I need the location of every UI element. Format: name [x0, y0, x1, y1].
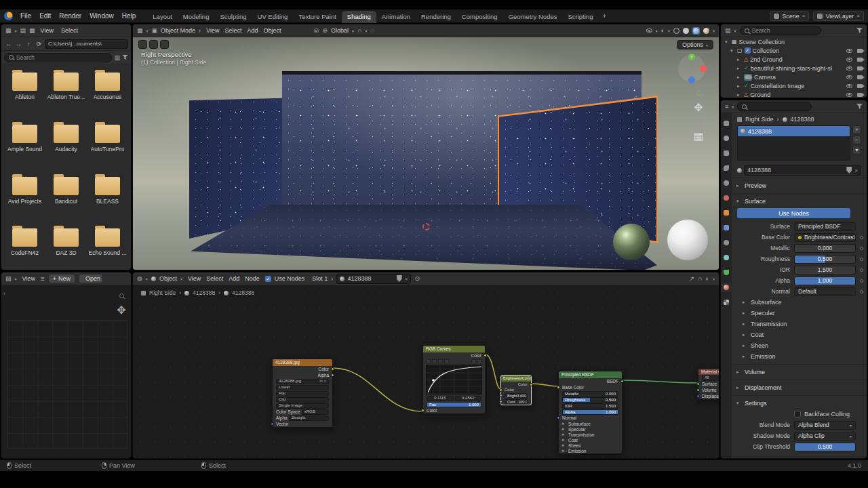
folder-item[interactable]: DAZ 3D: [45, 226, 87, 270]
shading-solid-icon[interactable]: [683, 28, 689, 34]
socket-base-color-input[interactable]: [557, 386, 560, 389]
workspace-tab[interactable]: Scripting: [562, 11, 598, 23]
filter-icon[interactable]: [856, 28, 863, 33]
metallic-slider[interactable]: 0.000: [794, 244, 856, 253]
curve-x-field[interactable]: 0.1115: [427, 396, 454, 401]
gizmo-y-axis[interactable]: Y: [688, 54, 695, 60]
socket-bright-input[interactable]: [499, 394, 502, 397]
surface-dropdown[interactable]: Principled BSDF: [794, 222, 856, 231]
tab-scene[interactable]: [721, 178, 732, 188]
socket-surface-input[interactable]: [696, 382, 700, 386]
editor-type-icon[interactable]: ≡: [725, 103, 728, 110]
animate-dot[interactable]: [860, 258, 863, 261]
white-preview-sphere[interactable]: [667, 220, 708, 260]
editor-type-icon[interactable]: ◍: [137, 275, 142, 282]
output-target-dropdown[interactable]: All: [702, 375, 719, 381]
workspace-tab[interactable]: Texture Paint: [293, 11, 341, 23]
workspace-tab[interactable]: Layout: [147, 11, 178, 23]
shader-menu[interactable]: Add: [226, 275, 241, 282]
render-camera-icon[interactable]: [857, 93, 863, 97]
use-nodes-button[interactable]: Use Nodes: [737, 208, 850, 218]
hide-eye-icon[interactable]: [846, 93, 852, 97]
breadcrumb-node-tree[interactable]: 4128388: [232, 289, 254, 296]
expand-icon[interactable]: ▾: [725, 39, 730, 45]
workspace-tab[interactable]: Geometry Nodes: [503, 11, 563, 23]
alpha-mode-dropdown[interactable]: Straight: [289, 415, 329, 421]
socket-color-output[interactable]: [484, 354, 487, 357]
panel-volume[interactable]: ▸Volume: [732, 367, 867, 378]
socket-color-output[interactable]: [331, 367, 334, 371]
active-tool-icon[interactable]: [138, 40, 147, 49]
zoom-icon[interactable]: [117, 291, 125, 300]
pan-hand-icon[interactable]: ✥: [694, 103, 703, 111]
shader-menu[interactable]: Select: [204, 275, 225, 282]
folder-item[interactable]: Audacity: [45, 122, 87, 166]
tab-render[interactable]: [721, 134, 732, 143]
animate-dot[interactable]: [860, 290, 863, 293]
image-texture-node[interactable]: 4128388.jpg Color Alpha 4128388.jpg⧉× Li…: [272, 359, 333, 428]
socket-color-input[interactable]: [499, 388, 502, 392]
outliner-row-object[interactable]: ▸ △ Ground: [721, 90, 867, 98]
shading-material-icon[interactable]: [693, 28, 699, 34]
filter-icon[interactable]: [856, 104, 863, 109]
alpha-slider[interactable]: 1.000: [794, 277, 856, 285]
subpanel-header[interactable]: ▸Specular: [732, 308, 867, 319]
folder-item[interactable]: Echo Sound ...: [87, 226, 128, 270]
editor-type-icon[interactable]: ▤: [725, 27, 731, 34]
shader-type-selector[interactable]: Object: [159, 275, 177, 282]
shadow-mode-dropdown[interactable]: Alpha Clip▾: [794, 432, 856, 441]
workspace-tab[interactable]: Sculpting: [214, 11, 252, 23]
subpanel-header[interactable]: ▸Coat: [732, 329, 867, 340]
material-name-field[interactable]: 4128388 ×: [744, 165, 861, 176]
workspace-tab[interactable]: Rendering: [416, 11, 456, 23]
panel-surface[interactable]: ▾Surface: [732, 196, 867, 207]
transform-pivot-icon[interactable]: ◎: [314, 27, 319, 34]
mode-selector[interactable]: Object Mode: [161, 27, 195, 34]
tab-modifiers[interactable]: [721, 223, 732, 232]
collection-checkbox[interactable]: ✓: [745, 47, 751, 54]
outliner-row-camera[interactable]: ▸ Camera: [721, 73, 867, 81]
tool-option-icon[interactable]: [149, 40, 158, 49]
panel-displacement[interactable]: ▸Displacement: [732, 382, 867, 393]
clip-threshold-slider[interactable]: 0.500: [794, 443, 856, 451]
snap-icon[interactable]: ∩: [698, 275, 702, 282]
viewlayer-selector[interactable]: ViewLayer ×: [813, 11, 864, 21]
workspace-tab[interactable]: Shading: [342, 11, 376, 23]
colorspace-dropdown[interactable]: sRGB: [302, 409, 329, 415]
expand-icon[interactable]: ▸: [737, 75, 742, 80]
material-slot-selected[interactable]: 4128388: [738, 126, 850, 136]
editor-type-icon[interactable]: ▨: [5, 275, 12, 282]
viewport-menu[interactable]: Select: [222, 27, 243, 34]
filter-icon[interactable]: [122, 55, 128, 60]
metallic-slider[interactable]: Metallic0.000: [562, 391, 618, 396]
expand-icon[interactable]: ▸: [737, 57, 742, 62]
shader-menu[interactable]: Node: [243, 275, 262, 282]
animate-dot[interactable]: [860, 247, 863, 250]
folder-item[interactable]: Ableton: [4, 70, 45, 114]
normal-field[interactable]: Default: [794, 287, 856, 296]
material-output-node[interactable]: Material Output All Surface Volume Displ…: [698, 368, 719, 400]
folder-item[interactable]: CodeFN42: [4, 226, 45, 270]
node-subpanel[interactable]: ▸Sheen: [559, 443, 622, 448]
render-camera-icon[interactable]: [857, 84, 863, 88]
curve-widget[interactable]: [426, 365, 482, 394]
material-name-field[interactable]: 4128388 ×: [336, 274, 411, 284]
render-camera-icon[interactable]: [857, 49, 863, 53]
tab-material-active[interactable]: [721, 283, 732, 292]
image-file-field[interactable]: 4128388.jpg⧉×: [276, 379, 329, 384]
pan-hand-icon[interactable]: ✥: [117, 306, 125, 314]
node-canvas[interactable]: Right Side › 4128388 › 4128388 4128388.j…: [133, 285, 719, 458]
workspace-tab[interactable]: Compositing: [456, 11, 503, 23]
zoom-region-icon[interactable]: ↗: [690, 275, 695, 282]
workspace-tab[interactable]: Animation: [376, 11, 416, 23]
ior-field[interactable]: IOR1.500: [562, 403, 618, 409]
overlay-icon[interactable]: ◐: [706, 275, 709, 282]
backface-culling-checkbox[interactable]: [794, 411, 801, 418]
hide-eye-icon[interactable]: [846, 66, 852, 70]
source-dropdown[interactable]: Single Image: [276, 403, 329, 409]
image-view-menu[interactable]: View: [20, 275, 37, 282]
topbar-menu[interactable]: Window: [85, 12, 118, 20]
open-image-button[interactable]: Open: [79, 274, 103, 283]
path-field[interactable]: C:\Users\j...ocuments\: [45, 39, 128, 49]
shading-rendered-icon[interactable]: [703, 28, 709, 34]
